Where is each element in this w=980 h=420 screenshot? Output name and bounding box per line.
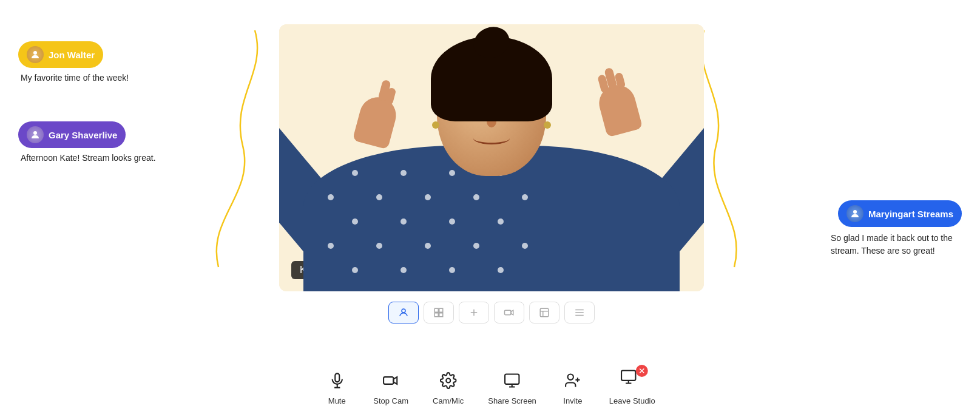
leave-icon [620, 368, 644, 393]
person-add-icon [561, 368, 585, 393]
jon-walter-bubble: Jon Walter My favorite time of the week! [18, 41, 129, 83]
jon-walter-avatar [27, 46, 44, 63]
main-toolbar: Mute Stop Cam Cam/Mic S [325, 368, 655, 405]
person-icon [398, 307, 409, 318]
strip-btn-4[interactable] [494, 302, 524, 323]
jon-walter-chip: Jon Walter [18, 41, 103, 68]
maryingart-chip: Maryingart Streams [838, 200, 962, 227]
mute-button[interactable]: Mute [325, 368, 349, 405]
share-screen-label: Share Screen [488, 396, 536, 405]
maryingart-avatar [847, 205, 863, 222]
svg-point-2 [402, 309, 405, 313]
gary-shaverlive-avatar [27, 126, 44, 143]
stop-cam-label: Stop Cam [373, 396, 408, 405]
cam-mic-button[interactable]: Cam/Mic [433, 368, 464, 405]
jon-walter-message: My favorite time of the week! [18, 73, 129, 83]
maryingart-message: So glad I made it back out to the stream… [828, 232, 962, 257]
svg-rect-5 [434, 313, 438, 317]
maryingart-bubble: Maryingart Streams So glad I made it bac… [828, 200, 962, 257]
monitor-icon [500, 368, 524, 393]
video-frame: Kate [279, 24, 704, 291]
svg-rect-16 [335, 373, 339, 382]
svg-rect-10 [540, 308, 549, 317]
video-icon [504, 307, 515, 318]
svg-rect-6 [439, 313, 443, 317]
plus-icon [468, 307, 479, 318]
gary-shaverlive-chip: Gary Shaverlive [18, 121, 126, 148]
share-screen-button[interactable]: Share Screen [488, 368, 536, 405]
strip-btn-6[interactable] [564, 302, 595, 323]
strip-btn-2[interactable] [424, 302, 454, 323]
svg-point-0 [33, 51, 37, 55]
invite-label: Invite [563, 396, 582, 405]
gear-icon [436, 368, 461, 393]
stop-cam-button[interactable]: Stop Cam [373, 368, 408, 405]
layout-icon [539, 307, 550, 318]
svg-rect-21 [505, 374, 519, 384]
menu-icon [574, 307, 585, 318]
svg-rect-4 [439, 308, 443, 312]
leave-studio-button[interactable]: Leave Studio [609, 368, 655, 405]
svg-point-20 [446, 379, 450, 383]
leave-studio-label: Leave Studio [609, 396, 655, 405]
microphone-icon [325, 368, 349, 393]
camera-icon [379, 368, 403, 393]
maryingart-name: Maryingart Streams [868, 209, 953, 219]
leave-badge [636, 365, 648, 377]
mute-label: Mute [328, 396, 346, 405]
svg-rect-9 [505, 310, 512, 315]
view-strip [279, 297, 704, 328]
svg-rect-19 [384, 377, 393, 384]
grid-icon [433, 307, 444, 318]
invite-button[interactable]: Invite [561, 368, 585, 405]
gary-shaverlive-bubble: Gary Shaverlive Afternoon Kate! Stream l… [18, 121, 156, 163]
cam-mic-label: Cam/Mic [433, 396, 464, 405]
gary-shaverlive-message: Afternoon Kate! Stream looks great. [18, 153, 156, 163]
svg-rect-3 [434, 308, 438, 312]
jon-walter-name: Jon Walter [49, 50, 95, 60]
svg-point-32 [853, 210, 857, 214]
strip-person-btn[interactable] [388, 302, 419, 323]
svg-rect-27 [621, 371, 635, 381]
gary-shaverlive-name: Gary Shaverlive [49, 130, 117, 140]
svg-point-24 [568, 374, 573, 380]
strip-btn-3[interactable] [459, 302, 489, 323]
svg-point-1 [33, 131, 37, 135]
strip-btn-5[interactable] [529, 302, 559, 323]
